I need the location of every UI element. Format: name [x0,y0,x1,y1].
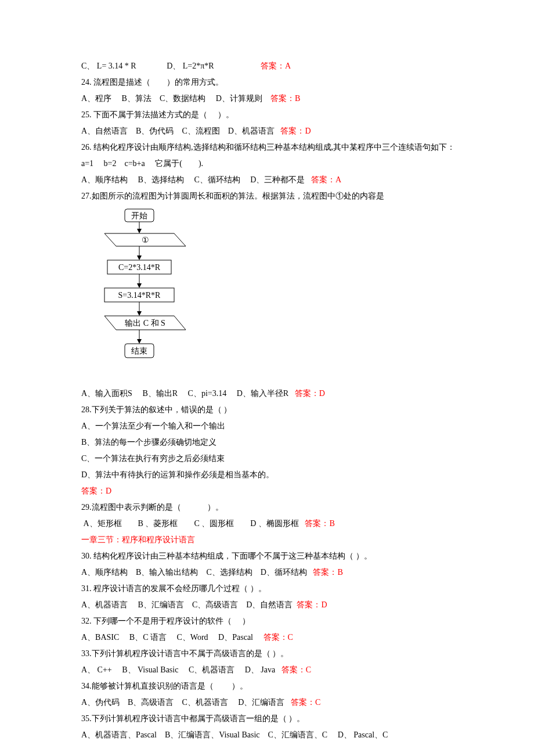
q32-stem: 32. 下列哪一个不是用于程序设计的软件（ ） [81,613,459,629]
q25-line: A、自然语言 B、伪代码 C、流程图 D、机器语言 答案：D [81,123,459,139]
q24-answer: 答案：B [270,94,300,103]
q25-answer: 答案：D [280,127,311,135]
q34-answer: 答案：C [291,698,320,707]
q31-stem: 31. 程序设计语言的发展不会经历哪几个过程（ ）。 [81,581,459,597]
q28-stem: 28.下列关于算法的叙述中，错误的是（ ） [81,402,459,418]
q27-line: A、输入面积S B、输出R C、pi=3.14 D、输入半径R 答案：D [81,386,459,402]
q35-opts: A、机器语言、Pascal B、汇编语言、Visual Basic C、汇编语言… [81,727,459,743]
q34-stem: 34.能够被计算机直接识别的语言是（ ）。 [81,678,459,694]
q24-line: A、程序 B、算法 C、数据结构 D、计算规则 答案：B [81,91,459,107]
q23-answer: 答案：A [261,62,291,70]
q26-line: A、顺序结构 B、选择结构 C、循环结构 D、三种都不是 答案：A [81,172,459,188]
q33-line: A、 C++ B、 Visual Basic C、机器语言 D、 Java 答案… [81,662,459,678]
q30-answer: 答案：B [313,568,342,577]
q28-answer: 答案：D [81,483,459,499]
q33-stem: 33.下列计算机程序设计语言中不属于高级语言的是（ ）。 [81,646,459,662]
q28-a: A、一个算法至少有一个输入和一个输出 [81,418,459,434]
section-heading: 一章三节：程序和程序设计语言 [81,532,459,548]
q28-b: B、算法的每一个步骤必须确切地定义 [81,434,459,451]
flow-start: 开始 [131,211,147,220]
q23-options: C、 L= 3.14 * R D、 L=2*π*R 答案：A [81,58,459,74]
flow-box3: S=3.14*R*R [118,291,161,300]
q34-opts: A、伪代码 B、高级语言 C、机器语言 D、汇编语言 [81,698,284,707]
q32-line: A、BASIC B、C 语言 C、Word D、Pascal 答案：C [81,629,459,646]
q31-opts: A、机器语言 B、汇编语言 C、高级语言 D、自然语言 [81,600,293,609]
q32-opts: A、BASIC B、C 语言 C、Word D、Pascal [81,633,253,642]
q26-answer: 答案：A [311,175,341,184]
q29-line: A、矩形框 B 、菱形框 C 、圆形框 D 、椭圆形框 答案：B [81,516,459,532]
q35-stem: 35.下列计算机程序设计语言中都属于高级语言一组的是（ ）。 [81,711,459,727]
flow-end: 结束 [131,347,147,355]
flow-box4: 输出 C 和 S [125,319,165,327]
flow-box2: C=2*3.14*R [118,263,161,272]
q29-opts: A、矩形框 B 、菱形框 C 、圆形框 D 、椭圆形框 [81,519,299,528]
q23-optC: C、 L= 3.14 * R [81,62,136,70]
q28-c: C、一个算法在执行有穷步之后必须结束 [81,451,459,467]
q25-stem: 25. 下面不属于算法描述方式的是（ ）。 [81,107,459,123]
q24-opts: A、程序 B、算法 C、数据结构 D、计算规则 [81,94,262,103]
q24-stem: 24. 流程图是描述（ ）的常用方式。 [81,74,459,91]
q31-answer: 答案：D [297,600,327,609]
flowchart: 开始 ① C=2*3.14*R S=3.14*R*R 输出 C 和 S 结束 [93,208,459,382]
q30-opts: A、顺序结构 B、输入输出结构 C、选择结构 D、循环结构 [81,568,307,577]
q32-answer: 答案：C [264,633,293,642]
q26-stem1: 26. 结构化程序设计由顺序结构,选择结构和循环结构三种基本结构组成,其中某程序… [81,139,459,156]
q27-answer: 答案：D [295,389,325,398]
q31-line: A、机器语言 B、汇编语言 C、高级语言 D、自然语言 答案：D [81,597,459,613]
q26-opts: A、顺序结构 B、选择结构 C、循环结构 D、三种都不是 [81,175,305,184]
q30-line: A、顺序结构 B、输入输出结构 C、选择结构 D、循环结构 答案：B [81,564,459,581]
q27-stem: 27.如图所示的流程图为计算圆周长和面积的算法。根据算法，流程图中①处的内容是 [81,188,459,204]
q29-stem: 29.流程图中表示判断的是（ ）。 [81,499,459,516]
flowchart-svg: 开始 ① C=2*3.14*R S=3.14*R*R 输出 C 和 S 结束 [93,208,197,382]
q29-answer: 答案：B [305,519,334,528]
q28-d: D、算法中有待执行的运算和操作必须是相当基本的。 [81,467,459,483]
q25-opts: A、自然语言 B、伪代码 C、流程图 D、机器语言 [81,127,275,135]
flow-box1: ① [142,236,149,244]
q33-opts: A、 C++ B、 Visual Basic C、机器语言 D、 Java [81,665,275,674]
q27-opts: A、输入面积S B、输出R C、pi=3.14 D、输入半径R [81,389,288,398]
q30-stem: 30. 结构化程序设计由三种基本结构组成，下面哪个不属于这三种基本结构（ ）。 [81,548,459,564]
q23-optD: D、 L=2*π*R [167,62,214,70]
q33-answer: 答案：C [282,665,311,674]
q34-line: A、伪代码 B、高级语言 C、机器语言 D、汇编语言 答案：C [81,694,459,711]
q26-stem2: a=1 b=2 c=b+a 它属于( ). [81,156,459,172]
